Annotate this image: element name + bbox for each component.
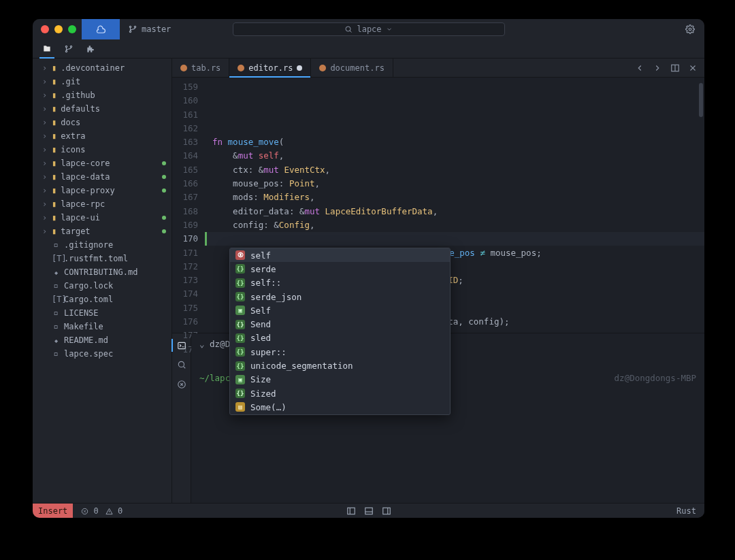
vcs-modified-dot <box>162 188 166 193</box>
toggle-primary-sidebar[interactable] <box>346 506 356 516</box>
folder-item[interactable]: ›▮.devcontainer <box>33 61 172 75</box>
nav-forward-button[interactable] <box>653 63 662 73</box>
completion-label: sled <box>250 333 271 343</box>
plugins-tab[interactable] <box>86 44 95 54</box>
line-number: 163 <box>172 135 198 149</box>
minimize-window-button[interactable] <box>54 25 63 33</box>
folder-item[interactable]: ›▮target <box>33 225 172 238</box>
completion-item[interactable]: {}serde_json <box>230 290 450 303</box>
svg-rect-15 <box>382 508 390 514</box>
file-item[interactable]: ▫lapce.spec <box>33 347 172 361</box>
toggle-bottom-panel[interactable] <box>364 506 374 516</box>
terminal-panel-tab[interactable] <box>177 340 186 350</box>
completion-item[interactable]: {}super:: <box>230 345 450 359</box>
file-item[interactable]: ▫Cargo.lock <box>33 279 172 293</box>
split-editor-button[interactable] <box>670 63 680 73</box>
folder-item[interactable]: ›▮docs <box>33 116 172 129</box>
completion-item[interactable]: {}Send <box>230 317 450 331</box>
file-item[interactable]: [T]Cargo.toml <box>33 293 172 306</box>
layout-right-icon <box>382 506 391 516</box>
settings-button[interactable] <box>681 24 699 35</box>
completion-item[interactable]: ▣Self <box>230 303 450 317</box>
completion-kind-icon: {} <box>235 264 245 274</box>
close-window-button[interactable] <box>41 25 49 33</box>
folder-item[interactable]: ›▮lapce-ui <box>33 211 172 225</box>
language-mode[interactable]: Rust <box>668 506 704 516</box>
close-editor-button[interactable] <box>688 63 698 73</box>
file-label: lapce.spec <box>64 349 113 359</box>
folder-item[interactable]: ›▮extra <box>33 129 172 143</box>
completion-item[interactable]: ⦿self <box>230 248 450 262</box>
folder-label: .devcontainer <box>61 63 125 73</box>
files-icon <box>42 44 52 54</box>
folder-item[interactable]: ›▮defaults <box>33 102 172 116</box>
rust-icon <box>180 65 187 71</box>
editor-tab[interactable]: editor.rs <box>229 59 311 77</box>
vcs-branch-indicator[interactable]: master <box>120 24 179 34</box>
explorer-tab[interactable] <box>42 44 52 54</box>
vim-mode-indicator[interactable]: Insert <box>33 504 73 518</box>
line-number: 171 <box>172 246 198 260</box>
search-panel-tab[interactable] <box>177 360 186 370</box>
folder-icon: ▮ <box>52 172 56 182</box>
completion-item[interactable]: ▤Some(…) <box>230 400 450 414</box>
terminal-icon <box>177 341 186 350</box>
gear-icon <box>685 24 695 34</box>
completion-item[interactable]: ▣Size <box>230 373 450 386</box>
maximize-window-button[interactable] <box>68 25 76 33</box>
scrollbar-thumb[interactable] <box>699 83 703 117</box>
svg-rect-14 <box>365 508 372 514</box>
file-item[interactable]: ▫LICENSE <box>33 306 172 320</box>
file-item[interactable]: [T].rustfmt.toml <box>33 252 172 265</box>
nav-back-button[interactable] <box>635 63 644 73</box>
file-item[interactable]: ▫Makefile <box>33 320 172 333</box>
completion-label: Self <box>250 306 271 316</box>
code-editor[interactable]: 1591601611621631641651661671681691701711… <box>172 78 704 333</box>
code-line: &mut self, <box>212 149 704 163</box>
panel-tabs <box>172 333 191 503</box>
completion-item[interactable]: {}unicode_segmentation <box>230 359 450 372</box>
editor-tab[interactable]: tab.rs <box>172 59 229 77</box>
svg-rect-9 <box>178 342 185 348</box>
close-icon <box>688 63 698 73</box>
folder-item[interactable]: ›▮icons <box>33 143 172 157</box>
line-gutter: 1591601611621631641651661671681691701711… <box>172 78 205 333</box>
vcs-modified-dot <box>162 216 166 220</box>
diagnostics-summary[interactable]: 0 0 <box>73 506 131 516</box>
completion-label: serde_json <box>250 292 301 302</box>
completion-item[interactable]: {}serde <box>230 262 450 276</box>
file-icon: ▫ <box>52 281 60 291</box>
completion-item[interactable]: {}Sized <box>230 386 450 400</box>
folder-icon: ▮ <box>52 131 56 141</box>
folder-item[interactable]: ›▮lapce-core <box>33 157 172 170</box>
folder-item[interactable]: ›▮lapce-rpc <box>33 197 172 211</box>
folder-item[interactable]: ›▮lapce-data <box>33 170 172 184</box>
file-item[interactable]: ▫.gitignore <box>33 238 172 252</box>
folder-item[interactable]: ›▮.github <box>33 88 172 102</box>
editor-tab[interactable]: document.rs <box>311 59 393 77</box>
line-number: 167 <box>172 191 198 204</box>
completion-label: Sized <box>250 389 276 399</box>
folder-item[interactable]: ›▮.git <box>33 75 172 88</box>
completion-item[interactable]: {}sled <box>230 331 450 345</box>
line-number: 170 <box>172 232 198 246</box>
remote-connect-button[interactable] <box>82 19 120 39</box>
activity-bar <box>33 39 704 59</box>
completion-kind-icon: ⦿ <box>235 250 245 260</box>
line-number: 161 <box>172 108 198 122</box>
completion-item[interactable]: {}self:: <box>230 276 450 290</box>
problems-panel-tab[interactable] <box>177 379 186 389</box>
folder-item[interactable]: ›▮lapce-proxy <box>33 184 172 197</box>
code-line: ctx: &mut EventCtx, <box>212 163 704 177</box>
prompt-host: dz@Dongdongs-MBP <box>615 372 696 385</box>
window-controls <box>38 25 76 33</box>
source-control-tab[interactable] <box>64 44 74 54</box>
folder-label: defaults <box>61 104 100 114</box>
file-item[interactable]: ⬥CONTRIBUTING.md <box>33 265 172 279</box>
toggle-secondary-sidebar[interactable] <box>382 506 391 516</box>
completion-label: unicode_segmentation <box>250 361 353 371</box>
file-label: LICENSE <box>64 308 99 318</box>
line-number: 174 <box>172 287 198 301</box>
command-palette-input[interactable]: lapce <box>233 22 505 36</box>
file-item[interactable]: ⬥README.md <box>33 333 172 347</box>
